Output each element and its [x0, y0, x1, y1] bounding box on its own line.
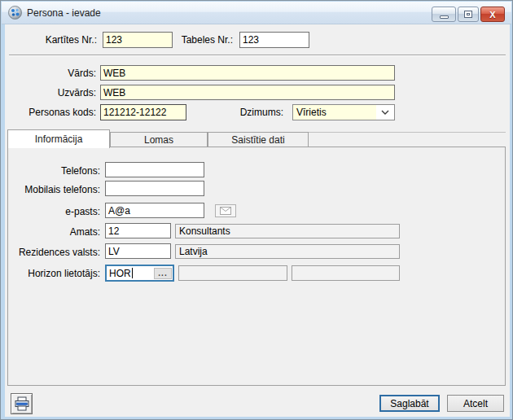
close-icon: X — [489, 10, 495, 20]
horizon-lietotajs-value: HOR — [107, 268, 131, 279]
vards-input[interactable] — [100, 65, 395, 81]
rezidences-valsts-name-field: Latvija — [175, 244, 400, 259]
amats-name-field: Konsultants — [175, 224, 400, 238]
amats-code-input[interactable] — [105, 223, 171, 238]
tabstrip-filler — [309, 132, 506, 133]
browse-button[interactable]: ... — [154, 268, 172, 279]
mobilais-telefons-input[interactable] — [105, 181, 204, 196]
horizon-extra-field-1 — [178, 265, 287, 281]
maximize-button[interactable] — [458, 7, 479, 22]
epasts-input[interactable] — [105, 203, 204, 218]
save-button-label: Saglabāt — [390, 398, 428, 409]
tab-informacija-label: Informācija — [35, 133, 83, 145]
text-cursor — [132, 268, 133, 278]
vards-label: Vārds: — [5, 68, 96, 80]
tab-informacija[interactable]: Informācija — [7, 129, 110, 148]
send-email-button[interactable] — [215, 204, 236, 217]
tab-saistitie-dati[interactable]: Saistītie dati — [208, 132, 309, 147]
personas-kods-input[interactable] — [100, 104, 186, 120]
uzvards-input[interactable] — [100, 85, 395, 100]
minimize-button[interactable] — [432, 7, 456, 22]
close-button[interactable]: X — [480, 7, 505, 22]
tabeles-nr-input[interactable] — [239, 32, 309, 48]
window-title: Persona - ievade — [27, 7, 101, 19]
dzimums-selected-value: Vīrietis — [293, 107, 376, 118]
horizon-extra-field-2 — [292, 265, 400, 281]
kartites-nr-label: Kartītes Nr.: — [13, 34, 97, 46]
printer-icon — [14, 396, 30, 412]
tab-lomas-label: Lomas — [144, 134, 173, 146]
uzvards-label: Uzvārds: — [5, 87, 96, 99]
dialog-content: Kartītes Nr.: Tabeles Nr.: Vārds: Uzvārd… — [5, 24, 510, 417]
mobilais-telefons-label: Mobilais telefons: — [5, 184, 100, 196]
horizon-lietotajs-label: Horizon lietotājs: — [5, 268, 100, 280]
chevron-down-icon — [381, 110, 389, 115]
horizon-sphere-icon — [8, 6, 22, 20]
separator-line — [9, 55, 506, 56]
horizon-lietotajs-input[interactable]: HOR ... — [105, 265, 174, 282]
kartites-nr-input[interactable] — [103, 32, 173, 48]
personas-kods-label: Personas kods: — [5, 107, 96, 119]
cancel-button[interactable]: Atcelt — [447, 395, 504, 412]
dropdown-button[interactable] — [376, 105, 394, 120]
rezidences-valsts-code-input[interactable] — [105, 243, 171, 259]
cancel-button-label: Atcelt — [463, 398, 488, 409]
amats-label: Amats: — [5, 226, 100, 238]
minimize-icon — [440, 15, 449, 19]
tabeles-nr-label: Tabeles Nr.: — [164, 34, 233, 46]
dzimums-label: Dzimums: — [192, 107, 283, 119]
maximize-icon — [464, 11, 472, 18]
titlebar[interactable]: Persona - ievade X — [2, 2, 511, 24]
tab-lomas[interactable]: Lomas — [110, 132, 208, 147]
print-button[interactable] — [11, 393, 33, 414]
envelope-icon — [220, 207, 231, 215]
rezidences-valsts-label: Rezidences valsts: — [5, 247, 100, 259]
telefons-label: Telefons: — [5, 165, 100, 177]
tab-saistitie-dati-label: Saistītie dati — [231, 134, 284, 146]
dialog-window: Persona - ievade X Kartītes Nr.: Tabeles… — [0, 0, 513, 420]
epasts-label: e-pasts: — [5, 206, 100, 218]
save-button[interactable]: Saglabāt — [379, 395, 440, 412]
dzimums-select[interactable]: Vīrietis — [292, 104, 395, 120]
telefons-input[interactable] — [105, 162, 204, 177]
